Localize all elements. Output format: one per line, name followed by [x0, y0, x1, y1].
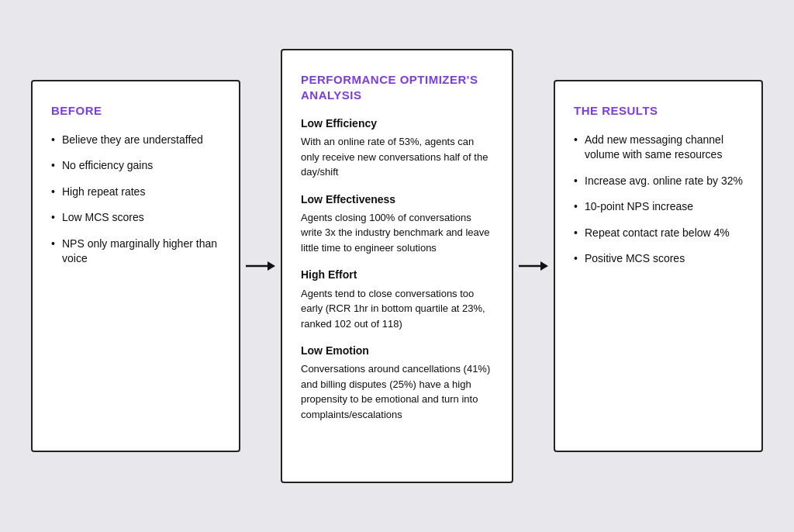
arrow-1-icon — [246, 258, 275, 274]
list-item: Repeat contact rate below 4% — [574, 226, 743, 241]
list-item: Low MCS scores — [51, 210, 220, 226]
analysis-section-0: Low EfficiencyWith an online rate of 53%… — [301, 116, 493, 180]
analysis-section-0-title: Low Efficiency — [301, 116, 493, 130]
svg-marker-3 — [540, 261, 548, 271]
arrow-1 — [240, 258, 281, 274]
main-container: BEFORE Believe they are understaffedNo e… — [0, 18, 794, 514]
analysis-section-3: Low EmotionConversations around cancella… — [301, 344, 493, 422]
analysis-section-1-title: Low Effectiveness — [301, 192, 493, 206]
results-title: THE RESULTS — [574, 103, 743, 119]
analysis-section-3-body: Conversations around cancellations (41%)… — [301, 361, 493, 422]
before-list: Believe they are understaffedNo efficien… — [51, 133, 220, 278]
arrow-2 — [513, 258, 554, 274]
analysis-section-2-title: High Effort — [301, 268, 493, 282]
analysis-sections: Low EfficiencyWith an online rate of 53%… — [301, 116, 493, 434]
analysis-card: PERFORMANCE OPTIMIZER'S ANALYSIS Low Eff… — [281, 49, 513, 483]
arrow-2-icon — [519, 258, 548, 274]
list-item: Positive MCS scores — [574, 251, 743, 267]
analysis-section-0-body: With an online rate of 53%, agents can o… — [301, 134, 493, 180]
list-item: Add new messaging channel volume with sa… — [574, 133, 743, 163]
list-item: No efficiency gains — [51, 158, 220, 174]
analysis-section-2-body: Agents tend to close conversations too e… — [301, 286, 493, 332]
analysis-section-2: High EffortAgents tend to close conversa… — [301, 268, 493, 331]
before-card: BEFORE Believe they are understaffedNo e… — [31, 80, 240, 452]
analysis-section-1: Low EffectivenessAgents closing 100% of … — [301, 192, 493, 256]
analysis-title: PERFORMANCE OPTIMIZER'S ANALYSIS — [301, 72, 493, 102]
list-item: NPS only marginally higher than voice — [51, 237, 220, 267]
list-item: Believe they are understaffed — [51, 133, 220, 148]
list-item: Increase avg. online rate by 32% — [574, 174, 743, 189]
results-card: THE RESULTS Add new messaging channel vo… — [554, 80, 763, 452]
svg-marker-1 — [268, 261, 275, 271]
before-title: BEFORE — [51, 103, 220, 119]
list-item: High repeat rates — [51, 185, 220, 200]
analysis-section-1-body: Agents closing 100% of conversations wri… — [301, 210, 493, 256]
results-list: Add new messaging channel volume with sa… — [574, 133, 743, 278]
analysis-section-3-title: Low Emotion — [301, 344, 493, 358]
list-item: 10-point NPS increase — [574, 199, 743, 215]
